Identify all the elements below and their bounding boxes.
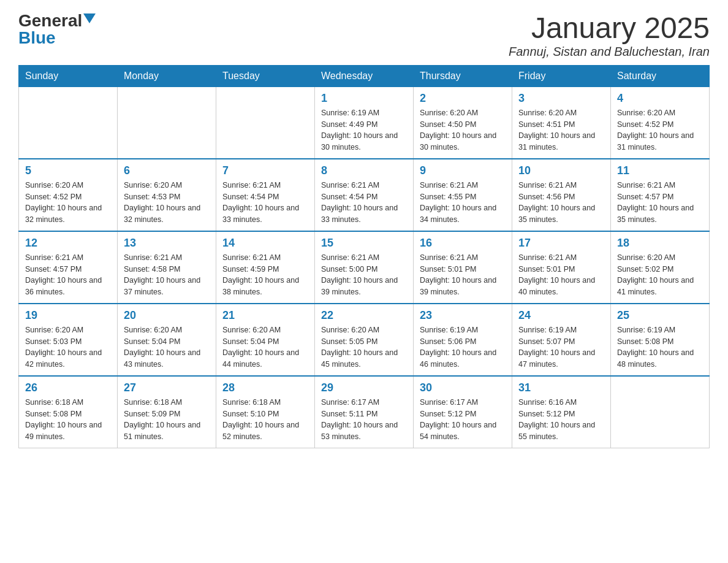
day-number: 24 [518,309,604,322]
day-number: 12 [25,237,111,250]
day-info: Sunrise: 6:21 AM Sunset: 4:56 PM Dayligh… [518,180,604,226]
day-number: 25 [617,309,703,322]
calendar-cell [19,86,118,159]
day-info: Sunrise: 6:19 AM Sunset: 5:07 PM Dayligh… [518,324,604,370]
calendar-cell: 7Sunrise: 6:21 AM Sunset: 4:54 PM Daylig… [216,159,315,231]
day-info: Sunrise: 6:21 AM Sunset: 4:59 PM Dayligh… [222,252,308,298]
day-info: Sunrise: 6:20 AM Sunset: 4:51 PM Dayligh… [518,107,604,153]
day-number: 15 [321,237,407,250]
calendar-cell: 13Sunrise: 6:21 AM Sunset: 4:58 PM Dayli… [118,231,216,304]
calendar-cell [118,86,216,159]
day-of-week-tuesday: Tuesday [216,65,315,86]
day-info: Sunrise: 6:21 AM Sunset: 5:00 PM Dayligh… [321,252,407,298]
logo: General Blue [18,12,96,47]
day-number: 30 [420,381,506,394]
month-title: January 2025 [509,12,710,45]
day-number: 10 [518,164,604,177]
calendar-cell: 28Sunrise: 6:18 AM Sunset: 5:10 PM Dayli… [216,376,315,448]
day-number: 9 [420,164,506,177]
calendar-cell: 16Sunrise: 6:21 AM Sunset: 5:01 PM Dayli… [414,231,512,304]
day-number: 29 [321,381,407,394]
day-of-week-thursday: Thursday [414,65,512,86]
calendar-cell: 12Sunrise: 6:21 AM Sunset: 4:57 PM Dayli… [19,231,118,304]
day-info: Sunrise: 6:18 AM Sunset: 5:08 PM Dayligh… [25,397,111,443]
week-row-1: 1Sunrise: 6:19 AM Sunset: 4:49 PM Daylig… [19,86,710,159]
day-number: 19 [25,309,111,322]
day-number: 21 [222,309,308,322]
day-of-week-saturday: Saturday [611,65,710,86]
calendar-cell: 20Sunrise: 6:20 AM Sunset: 5:04 PM Dayli… [118,304,216,376]
calendar-cell: 17Sunrise: 6:21 AM Sunset: 5:01 PM Dayli… [512,231,611,304]
day-number: 3 [518,92,604,105]
calendar-cell: 23Sunrise: 6:19 AM Sunset: 5:06 PM Dayli… [414,304,512,376]
day-number: 14 [222,237,308,250]
day-info: Sunrise: 6:21 AM Sunset: 4:54 PM Dayligh… [222,180,308,226]
logo-blue: Blue [18,29,56,47]
week-row-5: 26Sunrise: 6:18 AM Sunset: 5:08 PM Dayli… [19,376,710,448]
week-row-2: 5Sunrise: 6:20 AM Sunset: 4:52 PM Daylig… [19,159,710,231]
day-info: Sunrise: 6:20 AM Sunset: 5:04 PM Dayligh… [222,324,308,370]
day-of-week-sunday: Sunday [19,65,118,86]
calendar-cell: 18Sunrise: 6:20 AM Sunset: 5:02 PM Dayli… [611,231,710,304]
title-area: January 2025 Fannuj, Sistan and Baluches… [509,12,710,59]
day-info: Sunrise: 6:19 AM Sunset: 4:49 PM Dayligh… [321,107,407,153]
calendar-cell: 14Sunrise: 6:21 AM Sunset: 4:59 PM Dayli… [216,231,315,304]
day-info: Sunrise: 6:21 AM Sunset: 4:57 PM Dayligh… [617,180,703,226]
calendar-cell: 25Sunrise: 6:19 AM Sunset: 5:08 PM Dayli… [611,304,710,376]
day-info: Sunrise: 6:21 AM Sunset: 4:58 PM Dayligh… [124,252,210,298]
day-info: Sunrise: 6:19 AM Sunset: 5:06 PM Dayligh… [420,324,506,370]
day-info: Sunrise: 6:20 AM Sunset: 4:50 PM Dayligh… [420,107,506,153]
day-number: 26 [25,381,111,394]
week-row-3: 12Sunrise: 6:21 AM Sunset: 4:57 PM Dayli… [19,231,710,304]
calendar-cell: 15Sunrise: 6:21 AM Sunset: 5:00 PM Dayli… [315,231,414,304]
calendar-cell: 6Sunrise: 6:20 AM Sunset: 4:53 PM Daylig… [118,159,216,231]
logo-general: General [18,12,82,29]
page-header: General Blue January 2025 Fannuj, Sistan… [18,12,710,59]
day-of-week-monday: Monday [118,65,216,86]
day-info: Sunrise: 6:20 AM Sunset: 5:04 PM Dayligh… [124,324,210,370]
day-info: Sunrise: 6:20 AM Sunset: 5:05 PM Dayligh… [321,324,407,370]
day-number: 2 [420,92,506,105]
day-number: 20 [124,309,210,322]
calendar-cell: 27Sunrise: 6:18 AM Sunset: 5:09 PM Dayli… [118,376,216,448]
day-info: Sunrise: 6:16 AM Sunset: 5:12 PM Dayligh… [518,397,604,443]
day-number: 8 [321,164,407,177]
calendar-cell: 22Sunrise: 6:20 AM Sunset: 5:05 PM Dayli… [315,304,414,376]
calendar-cell: 30Sunrise: 6:17 AM Sunset: 5:12 PM Dayli… [414,376,512,448]
day-info: Sunrise: 6:20 AM Sunset: 4:52 PM Dayligh… [617,107,703,153]
day-number: 23 [420,309,506,322]
calendar-cell: 21Sunrise: 6:20 AM Sunset: 5:04 PM Dayli… [216,304,315,376]
day-number: 5 [25,164,111,177]
calendar-table: SundayMondayTuesdayWednesdayThursdayFrid… [18,65,710,448]
day-info: Sunrise: 6:21 AM Sunset: 4:54 PM Dayligh… [321,180,407,226]
day-info: Sunrise: 6:18 AM Sunset: 5:09 PM Dayligh… [124,397,210,443]
day-info: Sunrise: 6:20 AM Sunset: 5:02 PM Dayligh… [617,252,703,298]
day-info: Sunrise: 6:20 AM Sunset: 4:52 PM Dayligh… [25,180,111,226]
day-of-week-friday: Friday [512,65,611,86]
calendar-cell: 29Sunrise: 6:17 AM Sunset: 5:11 PM Dayli… [315,376,414,448]
day-number: 4 [617,92,703,105]
day-number: 18 [617,237,703,250]
day-number: 6 [124,164,210,177]
day-info: Sunrise: 6:20 AM Sunset: 5:03 PM Dayligh… [25,324,111,370]
day-info: Sunrise: 6:17 AM Sunset: 5:12 PM Dayligh… [420,397,506,443]
calendar-cell: 9Sunrise: 6:21 AM Sunset: 4:55 PM Daylig… [414,159,512,231]
calendar-cell: 24Sunrise: 6:19 AM Sunset: 5:07 PM Dayli… [512,304,611,376]
day-number: 11 [617,164,703,177]
day-number: 13 [124,237,210,250]
logo-triangle-icon [83,13,96,23]
day-number: 16 [420,237,506,250]
day-number: 7 [222,164,308,177]
calendar-cell: 2Sunrise: 6:20 AM Sunset: 4:50 PM Daylig… [414,86,512,159]
calendar-cell: 10Sunrise: 6:21 AM Sunset: 4:56 PM Dayli… [512,159,611,231]
day-number: 31 [518,381,604,394]
day-info: Sunrise: 6:18 AM Sunset: 5:10 PM Dayligh… [222,397,308,443]
calendar-cell: 31Sunrise: 6:16 AM Sunset: 5:12 PM Dayli… [512,376,611,448]
day-info: Sunrise: 6:21 AM Sunset: 5:01 PM Dayligh… [518,252,604,298]
day-info: Sunrise: 6:21 AM Sunset: 5:01 PM Dayligh… [420,252,506,298]
calendar-cell: 4Sunrise: 6:20 AM Sunset: 4:52 PM Daylig… [611,86,710,159]
calendar-cell: 19Sunrise: 6:20 AM Sunset: 5:03 PM Dayli… [19,304,118,376]
day-number: 17 [518,237,604,250]
day-of-week-wednesday: Wednesday [315,65,414,86]
calendar-cell: 8Sunrise: 6:21 AM Sunset: 4:54 PM Daylig… [315,159,414,231]
